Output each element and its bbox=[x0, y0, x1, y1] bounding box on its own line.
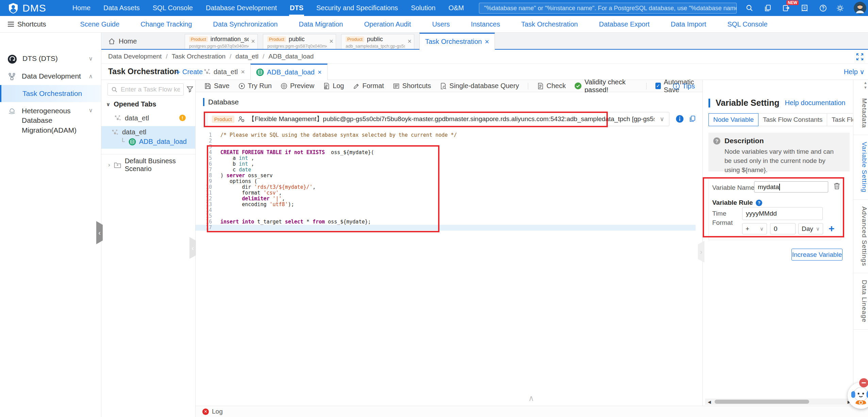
nav-item-data-assets[interactable]: Data Assets bbox=[97, 0, 146, 16]
vertical-tab-data-lineage[interactable]: Data Lineage bbox=[853, 273, 868, 330]
close-icon[interactable]: × bbox=[407, 38, 412, 44]
nav-item-sql-console[interactable]: SQL Console bbox=[146, 0, 199, 16]
close-icon[interactable]: × bbox=[329, 38, 333, 44]
global-search-input[interactable]: "%database name" or "%instance name". Fo… bbox=[479, 3, 737, 14]
log-bar[interactable]: ✕ Log bbox=[196, 406, 868, 417]
search-icon[interactable] bbox=[746, 4, 753, 12]
sidebar-item-adam[interactable]: Heterogeneous Database Migration(ADAM) ∨ bbox=[0, 102, 101, 139]
settings-gear-icon[interactable] bbox=[836, 4, 844, 12]
breadcrumb-item-data-development[interactable]: Data Development bbox=[108, 53, 162, 60]
sidebar-item-task-orchestration[interactable]: Task Orchestration bbox=[0, 85, 101, 102]
user-avatar[interactable] bbox=[854, 2, 866, 14]
help-documentation-link[interactable]: Help documentation bbox=[785, 99, 846, 107]
tab-node-variable[interactable]: Node Variable bbox=[708, 113, 758, 126]
unit-select[interactable]: Day∨ bbox=[798, 223, 823, 234]
subnav-link-users[interactable]: Users bbox=[432, 20, 450, 28]
filter-funnel-icon[interactable] bbox=[186, 86, 194, 93]
nav-item-home[interactable]: Home bbox=[66, 0, 97, 16]
tab-task-flow-constants[interactable]: Task Flow Constants bbox=[758, 113, 827, 126]
collapse-rightpanel-handle[interactable]: › bbox=[698, 241, 704, 263]
nav-item-o-m[interactable]: O&M bbox=[442, 0, 470, 16]
collapse-sidebar-handle[interactable]: ‹ bbox=[96, 221, 103, 244]
save-button[interactable]: Save bbox=[204, 82, 230, 90]
variable-name-input[interactable]: mydata bbox=[754, 181, 828, 193]
tips-link[interactable]: Tips bbox=[673, 82, 695, 90]
scroll-left-arrow[interactable]: ◀ bbox=[708, 400, 711, 404]
copy-docs-icon[interactable] bbox=[764, 4, 772, 12]
breadcrumb-item-data-etl[interactable]: data_etl bbox=[235, 53, 258, 60]
close-icon[interactable]: × bbox=[318, 68, 322, 76]
subnav-link-data-migration[interactable]: Data Migration bbox=[299, 20, 343, 28]
subnav-link-change-tracking[interactable]: Change Tracking bbox=[140, 20, 192, 28]
shortcuts-menu[interactable]: Shortcuts bbox=[7, 20, 46, 28]
try-run-button[interactable]: Try Run bbox=[238, 82, 272, 90]
close-icon[interactable]: × bbox=[485, 37, 489, 46]
tab-task-orchestration-active[interactable]: Task Orchestration × bbox=[419, 33, 495, 50]
collapse-taskpanel-handle[interactable]: ‹ bbox=[189, 237, 196, 259]
check-button[interactable]: Check bbox=[537, 82, 566, 90]
subnav-link-sql-console[interactable]: SQL Console bbox=[727, 20, 767, 28]
single-database-query-button[interactable]: Single-database Query bbox=[440, 82, 519, 90]
vertical-tab-metadata[interactable]: Metadata bbox=[853, 91, 868, 135]
tab-public-2[interactable]: Productpublic adb_sampledata_tpch:gp-gs5… bbox=[341, 34, 414, 50]
database-connection-select[interactable]: Product 【Flexible Management】public@gp-g… bbox=[207, 112, 669, 126]
copy-icon[interactable] bbox=[689, 115, 696, 122]
format-button[interactable]: Format bbox=[353, 82, 384, 90]
time-format-input[interactable]: yyyyMMdd bbox=[742, 207, 823, 220]
vertical-tab-variable-setting[interactable]: Variable Setting bbox=[853, 135, 868, 200]
task-export-icon[interactable] bbox=[782, 4, 790, 12]
divider bbox=[101, 154, 195, 154]
dms-logo[interactable]: DMS bbox=[0, 2, 55, 14]
increase-variable-button[interactable]: Increase Variable bbox=[791, 249, 842, 261]
editor-tab-adb-data-load[interactable]: ADB_data_load × bbox=[250, 64, 328, 80]
tree-group-data-etl-selected[interactable]: data_etl └ ADB_data_load bbox=[101, 126, 195, 149]
tab-information-sche[interactable]: Productinformation_sche postgres:pgm-gs5… bbox=[185, 34, 258, 50]
subnav-link-scene-guide[interactable]: Scene Guide bbox=[80, 20, 119, 28]
subnav-link-data-synchronization[interactable]: Data Synchronization bbox=[213, 20, 278, 28]
delete-variable-icon[interactable] bbox=[833, 182, 840, 190]
tab-home[interactable]: Home bbox=[101, 33, 180, 50]
tab-public-1[interactable]: Productpublic postgres:pgm-gs587q0x040m4… bbox=[263, 34, 336, 50]
scroll-down-arrow[interactable]: ▼ bbox=[864, 85, 867, 89]
tree-item-default-business-scenario[interactable]: › Default Business Scenario bbox=[101, 159, 195, 171]
scrollbar-thumb[interactable] bbox=[715, 400, 809, 404]
subnav-link-data-import[interactable]: Data Import bbox=[671, 20, 706, 28]
sql-code-editor[interactable]: 1/* Please write SQL using the database … bbox=[196, 132, 696, 231]
help-question-icon[interactable]: ? bbox=[756, 200, 762, 206]
horizontal-scrollbar[interactable]: ◀ ▶ bbox=[705, 399, 853, 405]
scroll-up-arrow[interactable]: ▲ bbox=[864, 81, 867, 85]
billing-icon[interactable] bbox=[801, 4, 808, 12]
assistant-minimize-badge[interactable] bbox=[859, 378, 868, 387]
close-icon[interactable]: × bbox=[241, 68, 245, 76]
tree-item-adb-data-load[interactable]: └ ADB_data_load bbox=[101, 136, 195, 146]
collapse-editor-chevron[interactable]: ∧ bbox=[528, 394, 534, 403]
nav-item-security-and-specifications[interactable]: Security and Specifications bbox=[310, 0, 404, 16]
shortcuts-button[interactable]: Shortcuts bbox=[393, 82, 431, 90]
info-icon[interactable] bbox=[676, 115, 684, 123]
subnav-link-database-export[interactable]: Database Export bbox=[599, 20, 650, 28]
operator-select[interactable]: +∨ bbox=[742, 223, 767, 234]
offset-number-input[interactable]: 0 bbox=[770, 223, 796, 234]
sidebar-item-dts[interactable]: DTS (DTS) ∨ bbox=[0, 50, 101, 68]
help-icon[interactable] bbox=[819, 4, 827, 12]
vertical-tab-advanced-settings[interactable]: Advanced Settings bbox=[853, 200, 868, 273]
taskflow-search-input[interactable]: Enter a Task Flow key bbox=[107, 83, 184, 96]
nav-item-database-development[interactable]: Database Development bbox=[199, 0, 283, 16]
log-button[interactable]: Log bbox=[323, 82, 344, 90]
help-dropdown[interactable]: Help ∨ bbox=[844, 68, 865, 76]
sidebar-item-data-development[interactable]: Data Development ∧ bbox=[0, 68, 101, 85]
tree-item-data-etl[interactable]: data_etl ! bbox=[101, 112, 195, 124]
add-rule-icon[interactable]: + bbox=[829, 224, 835, 233]
nav-item-solution[interactable]: Solution bbox=[404, 0, 442, 16]
subnav-link-task-orchestration[interactable]: Task Orchestration bbox=[521, 20, 578, 28]
nav-item-dts[interactable]: DTS bbox=[283, 0, 310, 16]
editor-tab-data-etl[interactable]: data_etl × bbox=[198, 64, 250, 80]
breadcrumb-item-task-orchestration[interactable]: Task Orchestration bbox=[172, 53, 226, 60]
subnav-link-operation-audit[interactable]: Operation Audit bbox=[364, 20, 411, 28]
preview-button[interactable]: Preview bbox=[281, 82, 314, 90]
fullscreen-icon[interactable] bbox=[856, 53, 864, 61]
subnav-link-instances[interactable]: Instances bbox=[471, 20, 500, 28]
opened-tabs-section-toggle[interactable]: ∨ Opened Tabs bbox=[106, 100, 156, 108]
breadcrumb-item-adb-data-load[interactable]: ADB_data_load bbox=[268, 53, 314, 60]
close-icon[interactable]: × bbox=[251, 38, 255, 44]
